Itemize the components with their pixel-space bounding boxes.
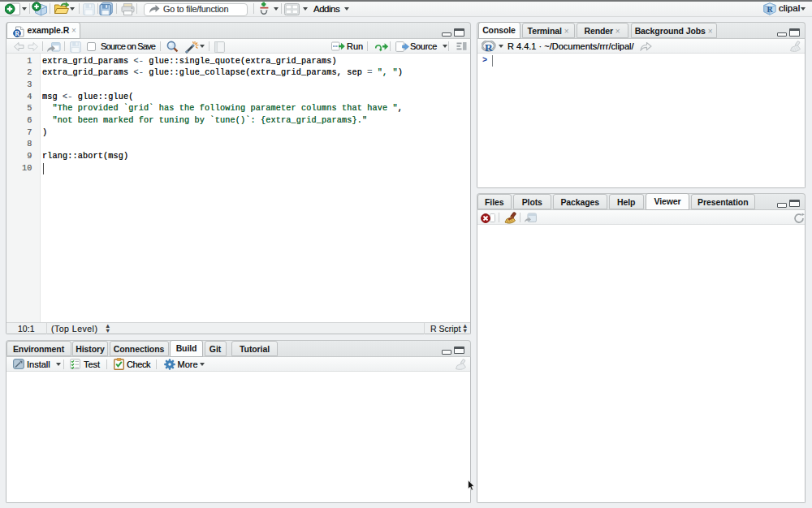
- svg-text:R: R: [767, 5, 773, 14]
- svg-text:R: R: [15, 30, 19, 37]
- svg-text:R: R: [485, 41, 493, 52]
